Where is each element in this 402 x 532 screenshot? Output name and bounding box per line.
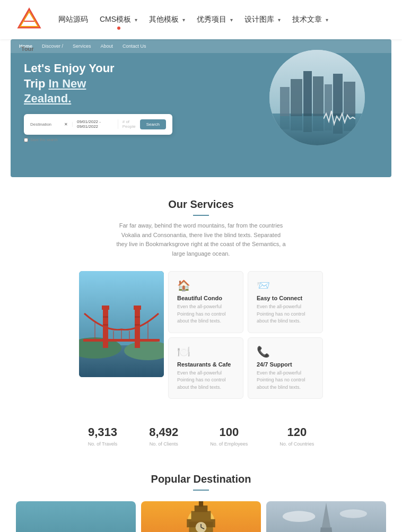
svg-rect-12: [280, 116, 290, 129]
stat-label-2: No. of Employees: [210, 441, 248, 447]
svg-rect-39: [16, 501, 136, 532]
city-image: [269, 50, 365, 145]
service-name-0: Beautiful Condo: [177, 295, 234, 301]
stat-2: 100 No. of Employees: [210, 425, 248, 447]
stat-label-1: No. of Clients: [149, 441, 178, 447]
svg-rect-26: [134, 306, 141, 310]
date-field[interactable]: 09/01/2022 - 09/01/2022: [77, 119, 118, 129]
service-text-2: Even the all-powerful Pointing has no co…: [177, 370, 234, 391]
nav-item-2[interactable]: 其他模板 ▾: [149, 15, 185, 24]
chevron-icon: ▾: [135, 17, 137, 23]
svg-rect-14: [303, 114, 312, 132]
services-image: [79, 271, 164, 377]
svg-rect-29: [135, 316, 140, 318]
svg-rect-7: [303, 71, 312, 116]
services-desc: Far far away, behind the word mountains,…: [116, 221, 286, 258]
destination-field[interactable]: ✕: [30, 122, 73, 127]
stat-3: 120 No. of Countries: [279, 425, 314, 447]
destinations-title: Popular Destination: [16, 473, 386, 485]
destinations-divider: [193, 490, 209, 491]
stat-number-1: 8,492: [149, 425, 178, 439]
svg-point-69: [340, 510, 367, 518]
hero-nav-services[interactable]: Services: [73, 43, 91, 49]
chevron-icon: ▾: [278, 17, 281, 23]
chevron-icon: ▾: [230, 17, 233, 23]
hero-nav-discover[interactable]: Discover /: [42, 43, 63, 49]
services-section: Our Services Far far away, behind the wo…: [0, 177, 402, 409]
svg-point-68: [283, 511, 316, 522]
logo-icon[interactable]: [16, 6, 42, 33]
stat-1: 8,492 No. of Clients: [149, 425, 178, 447]
stat-number-2: 100: [210, 425, 248, 439]
nav-item-0[interactable]: 网站源码: [58, 15, 88, 24]
nav-dot: [117, 27, 120, 30]
dest-card-1[interactable]: San Francisco, United States United Stat…: [141, 501, 261, 532]
bridge-image: [79, 271, 164, 377]
services-grid: 🏠 Beautiful Condo Even the all-powerful …: [79, 271, 323, 399]
nav-item-4[interactable]: 设计图库 ▾: [244, 15, 281, 24]
stat-label-3: No. of Countries: [279, 441, 314, 447]
svg-rect-13: [291, 115, 302, 130]
service-name-2: Restaurants & Cafe: [177, 361, 234, 368]
destination-input[interactable]: [30, 122, 62, 127]
services-title: Our Services: [16, 198, 386, 211]
hero-search-box: ✕ 09/01/2022 - 09/01/2022 # of People Se…: [24, 114, 172, 135]
destinations-section: Popular Destination: [0, 463, 402, 532]
chevron-icon: ▾: [182, 17, 185, 23]
stat-0: 9,313 No. of Travels: [88, 425, 118, 447]
svg-rect-25: [102, 306, 109, 310]
nav-item-3[interactable]: 优秀项目 ▾: [197, 15, 233, 24]
service-card-1: 📨 Easy to Connect Even the all-powerful …: [248, 271, 323, 333]
svg-rect-55: [199, 501, 203, 507]
search-button[interactable]: Search: [140, 119, 166, 129]
service-name-3: 24/7 Support: [257, 361, 314, 368]
hero-section: Home Discover / Services About Contact U…: [11, 39, 391, 177]
restaurant-icon: 🍽️: [177, 345, 234, 358]
svg-rect-6: [291, 79, 302, 116]
dest-card-2[interactable]: Lake Thun Switzerland: [266, 501, 386, 532]
stat-label-0: No. of Travels: [88, 441, 118, 447]
svg-rect-5: [280, 87, 290, 116]
service-text-1: Even the all-powerful Pointing has no co…: [257, 303, 314, 325]
svg-rect-53: [191, 511, 211, 521]
hero-title: Let's Enjoy Your Trip In New Zealand.: [24, 61, 130, 107]
stats-section: 9,313 No. of Travels 8,492 No. of Client…: [0, 409, 402, 463]
nav-links: 网站源码 CMS模板 ▾ 其他模板 ▾ 优秀项目 ▾ 设计图库 ▾ 技术文章 ▾: [58, 15, 328, 24]
tour-label: Tour: [21, 46, 34, 52]
service-text-3: Even the all-powerful Pointing has no co…: [257, 370, 314, 391]
save-search-checkbox[interactable]: [24, 138, 28, 142]
services-divider: [193, 215, 209, 216]
svg-rect-27: [103, 316, 108, 318]
destinations-grid: Riolo Bridge Somewhere: [16, 501, 386, 532]
connect-icon: 📨: [257, 279, 314, 292]
nav-item-5[interactable]: 技术文章 ▾: [292, 15, 328, 24]
navbar: 网站源码 CMS模板 ▾ 其他模板 ▾ 优秀项目 ▾ 设计图库 ▾ 技术文章 ▾: [0, 0, 402, 39]
svg-rect-31: [83, 339, 160, 342]
support-icon: 📞: [257, 345, 314, 358]
chevron-icon: ▾: [326, 17, 328, 23]
hero-circle-image: [269, 50, 365, 145]
svg-rect-30: [135, 324, 140, 326]
service-card-2: 🍽️ Restaurants & Cafe Even the all-power…: [168, 337, 243, 399]
svg-rect-15: [313, 114, 324, 131]
svg-rect-28: [103, 324, 108, 326]
service-card-0: 🏠 Beautiful Condo Even the all-powerful …: [168, 271, 243, 333]
nav-item-1[interactable]: CMS模板 ▾: [100, 15, 137, 24]
stat-number-3: 120: [279, 425, 314, 439]
dest-card-0[interactable]: Riolo Bridge Somewhere: [16, 501, 136, 532]
hero-nav-about[interactable]: About: [101, 43, 113, 49]
people-field[interactable]: # of People: [123, 119, 136, 129]
svg-rect-8: [313, 76, 324, 116]
service-name-1: Easy to Connect: [257, 295, 314, 301]
service-card-3: 📞 24/7 Support Even the all-powerful Poi…: [248, 337, 323, 399]
destination-icon: ✕: [64, 122, 68, 127]
service-text-0: Even the all-powerful Pointing has no co…: [177, 303, 234, 325]
stat-number-0: 9,313: [88, 425, 118, 439]
hero-nav-contact[interactable]: Contact Us: [123, 43, 146, 49]
condo-icon: 🏠: [177, 279, 234, 292]
svg-marker-74: [319, 528, 334, 532]
